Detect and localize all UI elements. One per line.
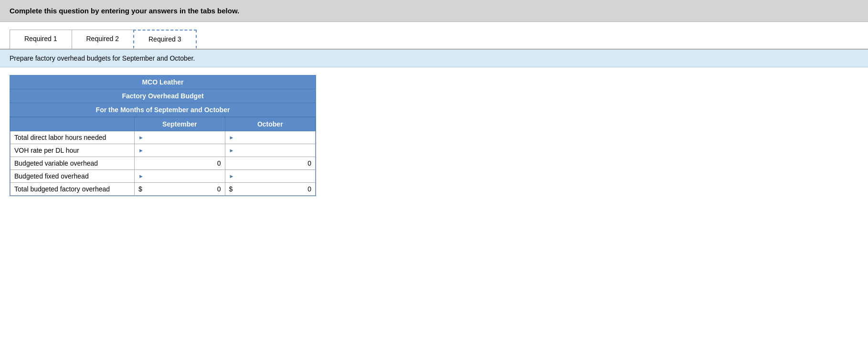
sep-total-value: 0	[144, 185, 221, 193]
row-label: Budgeted variable overhead	[11, 157, 135, 170]
arrow-icon: ►	[138, 135, 144, 140]
oct-value-cell-2: 0	[225, 157, 316, 170]
content-area: MCO Leather Factory Overhead Budget For …	[0, 67, 868, 204]
tab-required-1[interactable]: Required 1	[10, 30, 72, 49]
sep-input-1[interactable]	[146, 147, 221, 154]
arrow-icon: ►	[229, 147, 234, 153]
budget-table-wrapper: MCO Leather Factory Overhead Budget For …	[10, 75, 316, 196]
report-title-header: Factory Overhead Budget	[10, 89, 316, 103]
table-row: Budgeted fixed overhead ► ►	[11, 170, 316, 183]
col-october-header: October	[225, 117, 316, 131]
row-label: Budgeted fixed overhead	[11, 170, 135, 183]
oct-total-value: 0	[234, 185, 311, 193]
oct-dollar-cell-4: $ 0	[225, 183, 316, 196]
oct-input-cell-3[interactable]: ►	[225, 170, 316, 183]
arrow-icon: ►	[138, 147, 144, 153]
arrow-icon: ►	[229, 135, 234, 140]
arrow-icon: ►	[229, 173, 234, 179]
tab-required-2[interactable]: Required 2	[72, 30, 134, 49]
header-text: Complete this question by entering your …	[10, 7, 239, 15]
company-name-header: MCO Leather	[10, 75, 316, 89]
header-bar: Complete this question by entering your …	[0, 0, 868, 22]
sep-dollar-cell-4: $ 0	[135, 183, 225, 196]
arrow-icon: ►	[138, 173, 144, 179]
sep-input-3[interactable]	[146, 172, 221, 180]
row-label: Total budgeted factory overhead	[11, 183, 135, 196]
sep-input-cell-1[interactable]: ►	[135, 144, 225, 157]
table-row: Total direct labor hours needed ► ►	[11, 131, 316, 144]
sep-input-0[interactable]	[146, 134, 221, 141]
sep-input-cell-0[interactable]: ►	[135, 131, 225, 144]
table-row: VOH rate per DL hour ► ►	[11, 144, 316, 157]
period-header: For the Months of September and October	[10, 103, 316, 117]
sep-input-cell-3[interactable]: ►	[135, 170, 225, 183]
dollar-sign-sep: $	[138, 185, 142, 193]
oct-input-1[interactable]	[236, 147, 311, 154]
row-label: VOH rate per DL hour	[11, 144, 135, 157]
tabs-area: Required 1 Required 2 Required 3	[0, 22, 868, 50]
col-label-header	[11, 117, 135, 131]
col-september-header: September	[135, 117, 225, 131]
oct-input-cell-1[interactable]: ►	[225, 144, 316, 157]
budget-table: September October Total direct labor hou…	[10, 117, 316, 196]
tab-required-3[interactable]: Required 3	[133, 30, 197, 49]
row-label: Total direct labor hours needed	[11, 131, 135, 144]
oct-input-0[interactable]	[236, 134, 311, 141]
oct-input-cell-0[interactable]: ►	[225, 131, 316, 144]
dollar-sign-oct: $	[229, 185, 233, 193]
sep-value-cell-2: 0	[135, 157, 225, 170]
oct-input-3[interactable]	[236, 172, 311, 180]
instruction-bar: Prepare factory overhead budgets for Sep…	[0, 50, 868, 67]
table-row: Budgeted variable overhead 0 0	[11, 157, 316, 170]
table-row: Total budgeted factory overhead $ 0 $ 0	[11, 183, 316, 196]
